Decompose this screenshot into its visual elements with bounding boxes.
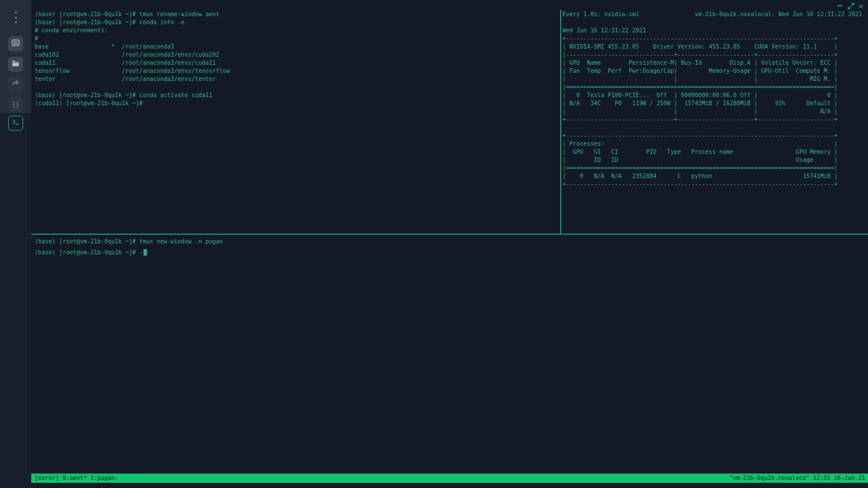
braces-button[interactable]: {} bbox=[8, 97, 23, 112]
braces-icon: {} bbox=[12, 101, 19, 108]
minimize-button[interactable] bbox=[836, 2, 844, 10]
pane-divider-horizontal[interactable] bbox=[31, 234, 868, 235]
status-host-clock: "vm-21b-0qu1k.novaloca" 12:31 16-Jun-21 bbox=[729, 474, 865, 483]
maximize-button[interactable] bbox=[847, 2, 855, 10]
pane-top-right[interactable]: Every 1.0s: nvidia-smi vm-21b-0qu1k.nova… bbox=[562, 10, 866, 230]
minimize-icon bbox=[837, 5, 843, 6]
files-button[interactable] bbox=[8, 57, 23, 72]
server-icon bbox=[11, 38, 20, 50]
pane-top-right-text: Every 1.0s: nvidia-smi vm-21b-0qu1k.nova… bbox=[562, 10, 866, 188]
forward-arrow-icon bbox=[11, 78, 20, 90]
pane-bottom[interactable]: (base) [root@vm-21b-0qu1k ~]# tmux new-w… bbox=[35, 238, 862, 469]
sidebar: {} bbox=[0, 0, 31, 488]
window-tab-pugan[interactable]: 1:pugan- bbox=[90, 474, 118, 483]
forward-button[interactable] bbox=[8, 76, 23, 91]
window-tab-aeot[interactable]: 0:aeot* bbox=[62, 474, 87, 483]
terminal-cursor bbox=[144, 249, 147, 256]
terminal-icon bbox=[11, 117, 20, 129]
terminal-button[interactable] bbox=[8, 116, 23, 131]
server-button[interactable] bbox=[8, 36, 23, 51]
pane-top-left-text: (base) [root@vm-21b-0qu1k ~]# tmux renam… bbox=[35, 10, 556, 108]
close-button[interactable]: × bbox=[857, 2, 865, 10]
pane-top-left[interactable]: (base) [root@vm-21b-0qu1k ~]# tmux renam… bbox=[35, 10, 556, 230]
tmux-status-bar: [earor] 0:aeot* 1:pugan- "vm-21b-0qu1k.n… bbox=[31, 474, 868, 483]
pane-divider-vertical[interactable] bbox=[560, 10, 561, 234]
expand-icon bbox=[848, 1, 854, 12]
pane-bottom-prompt: (base) [root@vm-21b-0qu1k ~]# - bbox=[35, 249, 143, 256]
session-name: [earor] bbox=[35, 474, 59, 483]
menu-kebab-icon[interactable] bbox=[13, 12, 19, 23]
folder-icon bbox=[11, 58, 20, 70]
pane-bottom-text: (base) [root@vm-21b-0qu1k ~]# tmux new-w… bbox=[35, 238, 862, 246]
